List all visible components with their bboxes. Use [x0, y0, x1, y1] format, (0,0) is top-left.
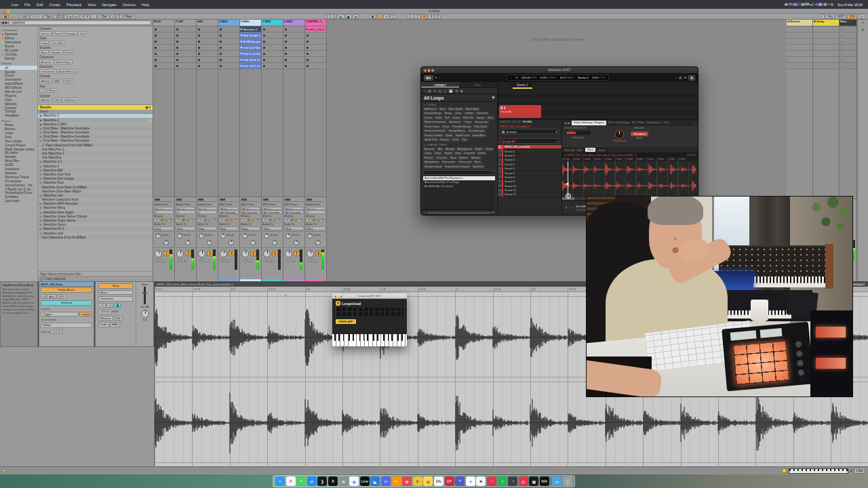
send-a-knob[interactable]	[199, 233, 204, 239]
clip-slot[interactable]: ▶	[175, 45, 196, 51]
monitor-auto-button[interactable]: Auto	[313, 218, 319, 222]
types-section-label[interactable]: ▸ TYPES	[421, 102, 497, 107]
send-b-knob[interactable]	[185, 240, 191, 245]
sidebar-item[interactable]: Loot Audio	[0, 199, 37, 203]
filter-group[interactable]: Content DevicePresetSampleGro	[39, 27, 151, 36]
track-header[interactable]: HAT	[197, 20, 218, 26]
loopcloud-keyboard[interactable]	[332, 334, 407, 346]
session-record-button[interactable]: ♪	[377, 14, 382, 19]
maschine-result-row[interactable]: Acid(88) Am Deckard	[423, 184, 495, 188]
dock-mail-icon[interactable]: ✉	[307, 476, 317, 486]
monitor-off-button[interactable]: Off	[211, 218, 217, 222]
arm-button[interactable]: ●	[269, 259, 274, 262]
character-tag[interactable]: Electric	[423, 156, 435, 160]
maschine-titlebar[interactable]: Maschine 2/VST	[421, 67, 698, 73]
scale-root-menu[interactable]: C	[116, 14, 122, 19]
follow-toggle[interactable]: ▦	[114, 303, 121, 308]
filter-chip[interactable]: Piano	[64, 50, 75, 55]
monitor-in-button[interactable]: In	[284, 218, 290, 222]
solo-button[interactable]: S	[285, 259, 290, 262]
tap-tempo-button[interactable]: Tap	[43, 14, 52, 19]
engine-selector[interactable]: ▦Sampler▾	[500, 129, 559, 134]
clip-slot[interactable]: ▶	[175, 26, 196, 33]
filter-chip[interactable]: Ableton	[39, 98, 52, 102]
track-header[interactable]: 5 MIDI	[240, 20, 261, 26]
monitor-off-button[interactable]: Off	[233, 218, 239, 222]
clip-slot[interactable]: ▶	[197, 51, 218, 57]
dock-maschine-icon[interactable]: MA	[540, 476, 549, 486]
arm-button[interactable]: ●	[248, 259, 252, 262]
clip-slot[interactable]: ▶ 120 120 F Bm	[240, 45, 261, 51]
monitor-off-button[interactable]: Off	[167, 218, 174, 222]
siri-icon[interactable]: ◍	[831, 2, 833, 6]
speaker-icon[interactable]: ◖	[424, 211, 426, 214]
character-tag[interactable]: Chord	[484, 147, 494, 151]
output-menu[interactable]: Main	[306, 226, 326, 230]
close-button[interactable]	[424, 69, 427, 72]
clip-slot[interactable]: ▶	[175, 39, 196, 45]
info-icon[interactable]: ⓘ	[40, 277, 43, 281]
menubar-item[interactable]: Edit	[37, 3, 43, 7]
type-tag[interactable]: Drums	[423, 116, 433, 120]
send-b-knob[interactable]	[294, 240, 299, 245]
arm-button[interactable]: ●	[161, 259, 165, 262]
character-tag[interactable]: Human	[458, 156, 469, 160]
track-activator[interactable]: 1	[163, 251, 170, 256]
arm-button[interactable]: ●	[313, 259, 317, 262]
arrangement-position-field[interactable]: 1. 1. 1	[324, 14, 337, 19]
type-tag[interactable]: Reed Instruments	[423, 129, 447, 134]
group-selector[interactable]: Group A1●	[500, 138, 559, 144]
tab-library[interactable]: LIBRARY	[421, 82, 459, 87]
tempo-follower-button[interactable]: Follow	[30, 14, 43, 19]
clip-slot[interactable]: ▶	[218, 33, 239, 39]
monitor-off-button[interactable]: Off	[276, 218, 282, 222]
menubar-item[interactable]: Navigate	[102, 3, 117, 7]
notification-pill-icon[interactable]: ●	[792, 3, 798, 6]
send-b-knob[interactable]	[250, 240, 256, 245]
pan-knob[interactable]	[198, 250, 205, 258]
filter-chip[interactable]: Soft & Keys	[54, 60, 73, 64]
clip-stop-strip[interactable]	[219, 198, 239, 202]
pitch-knob[interactable]	[141, 310, 149, 318]
maschine-logo[interactable]: MA	[424, 75, 433, 81]
clip-slot[interactable]: ▶	[218, 26, 239, 33]
clip-stop-strip[interactable]	[154, 198, 174, 202]
chevron-down-icon[interactable]: ▾	[435, 76, 437, 79]
filter-chip[interactable]: Preset	[52, 31, 64, 36]
loop-switch[interactable]: ⟲	[421, 14, 428, 19]
clip-slot[interactable]: ▶	[218, 63, 239, 69]
slice-waveform[interactable]	[562, 161, 698, 197]
dock-chrome-icon[interactable]: ◉	[349, 476, 359, 486]
dock-spotify-icon[interactable]: ♫	[497, 476, 507, 486]
quantization-menu[interactable]: Global	[41, 323, 92, 328]
dock-finder-icon[interactable]: ◐	[275, 476, 285, 486]
pitch-value[interactable]: 0 st	[137, 318, 153, 321]
parameter-page-tab[interactable]: LFO	[663, 121, 669, 125]
sample-edit-tab[interactable]: Edit	[577, 148, 583, 152]
minimize-button[interactable]	[428, 69, 431, 72]
group-cell[interactable]: A 1 Group A1	[499, 105, 541, 118]
filter-chip[interactable]: Vital	[53, 98, 62, 102]
send-b-knob[interactable]	[272, 240, 277, 245]
type-tag[interactable]: Sweep & Swell	[423, 134, 443, 138]
clip-slot[interactable]: ▶	[283, 57, 304, 63]
scene-launch-button[interactable]: ▷	[840, 45, 856, 51]
maschine-transport-display[interactable]: ◔ ⟳ 120.00 BPM 0.0% SWING 4:2:1 BARS Sce…	[507, 75, 609, 81]
dock-terminal-icon[interactable]: ❯	[317, 476, 327, 486]
clip-slot[interactable]: ▶	[197, 45, 218, 51]
prehear-volume-slider[interactable]	[427, 212, 491, 214]
browser-filter-icon[interactable]: ◉	[460, 89, 462, 93]
clip-slot[interactable]: ▶	[262, 51, 283, 57]
character-tag[interactable]: Sample-based	[423, 165, 443, 169]
track-header[interactable]: 7 MIDI	[262, 20, 283, 26]
gear-icon[interactable]: ⚙	[684, 76, 686, 79]
search-input[interactable]: maschine	[9, 20, 151, 25]
close-button[interactable]	[3, 10, 5, 13]
clip-slot[interactable]: ▶	[283, 26, 304, 33]
autoload-icon[interactable]: ⟳	[492, 211, 494, 214]
loopcloud-titlebar[interactable]: LoopcloudFX MIDI	[332, 293, 407, 299]
capture-midi-button[interactable]: +	[383, 14, 389, 19]
maschine-search-input[interactable]: ⌕✕	[423, 170, 495, 175]
loop-start-field[interactable]: 1. 1. 1	[408, 14, 420, 19]
reverse-button[interactable]: Reverse	[98, 316, 113, 321]
